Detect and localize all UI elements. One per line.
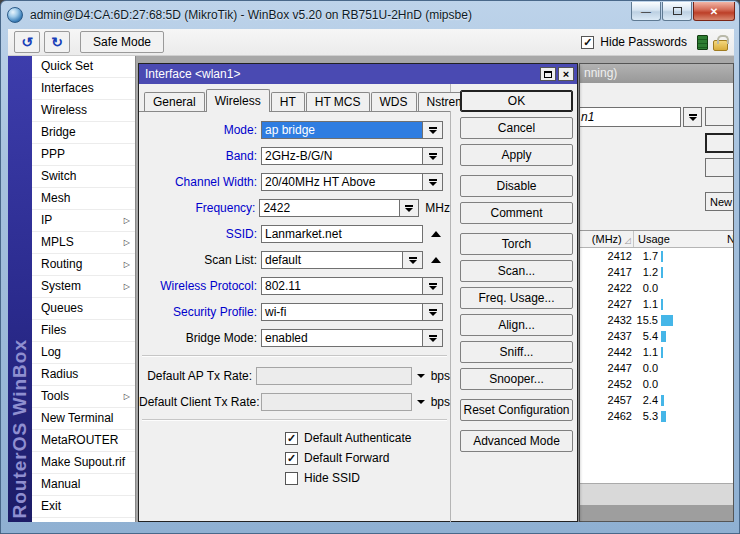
dropdown-icon[interactable] bbox=[417, 374, 425, 378]
frequency-dropdown-button[interactable] bbox=[400, 199, 420, 217]
dialog-maximize-button[interactable] bbox=[540, 67, 556, 81]
close-button[interactable]: ✕ bbox=[693, 2, 735, 21]
sidebar-item-ppp[interactable]: PPP bbox=[32, 144, 135, 166]
freq-usage-button[interactable]: Freq. Usage... bbox=[460, 287, 573, 309]
disable-button[interactable]: Disable bbox=[460, 175, 573, 197]
band-combo[interactable]: 2GHz-B/G/N bbox=[261, 147, 423, 165]
sidebar-item-switch[interactable]: Switch bbox=[32, 166, 135, 188]
bg-partial-button-1[interactable] bbox=[705, 107, 734, 126]
table-row[interactable]: 243215.5 bbox=[580, 312, 734, 328]
sidebar-item-quick-set[interactable]: Quick Set bbox=[32, 56, 135, 78]
table-row[interactable]: 24271.1 bbox=[580, 296, 734, 312]
default-client-tx-rate-input[interactable] bbox=[261, 393, 412, 411]
align-button[interactable]: Align... bbox=[460, 314, 573, 336]
tab-ht-mcs[interactable]: HT MCS bbox=[306, 92, 370, 111]
sidebar-item-exit[interactable]: Exit bbox=[32, 496, 135, 518]
sidebar-item-mesh[interactable]: Mesh bbox=[32, 188, 135, 210]
table-row[interactable]: 24121.7 bbox=[580, 248, 734, 264]
tab-ht[interactable]: HT bbox=[271, 92, 305, 111]
collapse-arrow-icon[interactable] bbox=[431, 257, 441, 263]
sidebar-item-make-supout[interactable]: Make Supout.rif bbox=[32, 452, 135, 474]
table-header[interactable]: (MHz) ◿ Usage N bbox=[580, 231, 734, 248]
new-button[interactable]: New bbox=[705, 192, 734, 211]
scan-list-combo[interactable]: default bbox=[261, 251, 403, 269]
minimize-button[interactable]: — bbox=[631, 2, 661, 21]
apply-button[interactable]: Apply bbox=[460, 144, 573, 166]
tab-wds[interactable]: WDS bbox=[371, 92, 417, 111]
sidebar-item-log[interactable]: Log bbox=[32, 342, 135, 364]
sidebar-item-ip[interactable]: IP bbox=[32, 210, 135, 232]
separator bbox=[142, 419, 447, 421]
dropdown-icon[interactable] bbox=[417, 400, 425, 404]
table-row[interactable]: 24470.0 bbox=[580, 360, 734, 376]
bridge-mode-dropdown-button[interactable] bbox=[423, 329, 443, 347]
sidebar-item-radius[interactable]: Radius bbox=[32, 364, 135, 386]
table-row[interactable]: 24421.1 bbox=[580, 344, 734, 360]
interface-combo[interactable]: n1 bbox=[579, 107, 681, 127]
wireless-protocol-dropdown-button[interactable] bbox=[423, 277, 443, 295]
sidebar-item-interfaces[interactable]: Interfaces bbox=[32, 78, 135, 100]
mode-dropdown-button[interactable] bbox=[423, 121, 443, 139]
tab-general[interactable]: General bbox=[144, 92, 205, 111]
redo-button[interactable]: ↻ bbox=[44, 31, 70, 53]
frequency-usage-titlebar[interactable]: nning) bbox=[580, 64, 733, 83]
interface-combo-dropdown-button[interactable] bbox=[683, 107, 702, 127]
table-row[interactable]: 24171.2 bbox=[580, 264, 734, 280]
sidebar-item-metarouter[interactable]: MetaROUTER bbox=[32, 430, 135, 452]
dialog-close-button[interactable]: × bbox=[558, 67, 574, 81]
table-row[interactable]: 24572.4 bbox=[580, 392, 734, 408]
sidebar-item-mpls[interactable]: MPLS bbox=[32, 232, 135, 254]
column-noise[interactable]: N bbox=[727, 231, 734, 247]
scan-list-dropdown-button[interactable] bbox=[403, 251, 423, 269]
scan-button[interactable]: Scan... bbox=[460, 260, 573, 282]
bg-partial-button-3[interactable] bbox=[705, 158, 734, 177]
column-usage[interactable]: Usage bbox=[634, 231, 727, 247]
safe-mode-button[interactable]: Safe Mode bbox=[80, 31, 164, 53]
mode-combo[interactable]: ap bridge bbox=[261, 121, 423, 139]
default-forward-checkbox[interactable] bbox=[285, 452, 298, 465]
sidebar-item-files[interactable]: Files bbox=[32, 320, 135, 342]
bg-partial-button-2[interactable] bbox=[705, 133, 734, 153]
column-mhz[interactable]: (MHz) bbox=[592, 233, 622, 245]
undo-button[interactable]: ↺ bbox=[14, 31, 40, 53]
default-ap-tx-rate-input[interactable] bbox=[256, 367, 412, 385]
security-profile-dropdown-button[interactable] bbox=[423, 303, 443, 321]
usage-bar bbox=[661, 411, 666, 422]
tab-wireless[interactable]: Wireless bbox=[206, 89, 270, 112]
band-dropdown-button[interactable] bbox=[423, 147, 443, 165]
reset-configuration-button[interactable]: Reset Configuration bbox=[460, 399, 573, 421]
table-row[interactable]: 24220.0 bbox=[580, 280, 734, 296]
torch-button[interactable]: Torch bbox=[460, 233, 573, 255]
channel-width-dropdown-button[interactable] bbox=[423, 173, 443, 191]
bridge-mode-combo[interactable]: enabled bbox=[261, 329, 423, 347]
sidebar-item-bridge[interactable]: Bridge bbox=[32, 122, 135, 144]
sidebar-item-queues[interactable]: Queues bbox=[32, 298, 135, 320]
hide-ssid-checkbox[interactable] bbox=[285, 472, 298, 485]
ssid-input[interactable]: Lanmarket.net bbox=[261, 225, 423, 243]
table-row[interactable]: 24375.4 bbox=[580, 328, 734, 344]
comment-button[interactable]: Comment bbox=[460, 202, 573, 224]
maximize-button[interactable] bbox=[662, 2, 692, 21]
sidebar-item-routing[interactable]: Routing bbox=[32, 254, 135, 276]
sidebar-item-wireless[interactable]: Wireless bbox=[32, 100, 135, 122]
sidebar-item-manual[interactable]: Manual bbox=[32, 474, 135, 496]
sidebar-item-system[interactable]: System bbox=[32, 276, 135, 298]
advanced-mode-button[interactable]: Advanced Mode bbox=[460, 430, 573, 452]
wireless-protocol-combo[interactable]: 802.11 bbox=[261, 277, 423, 295]
security-profile-combo[interactable]: wi-fi bbox=[261, 303, 423, 321]
sidebar-item-tools[interactable]: Tools bbox=[32, 386, 135, 408]
hide-passwords-checkbox[interactable] bbox=[581, 36, 594, 49]
dialog-titlebar[interactable]: Interface <wlan1> × bbox=[139, 64, 577, 84]
sidebar-item-new-terminal[interactable]: New Terminal bbox=[32, 408, 135, 430]
sniff-button[interactable]: Sniff... bbox=[460, 341, 573, 363]
table-row[interactable]: 24625.3 bbox=[580, 408, 734, 424]
sidebar: RouterOS WinBox Quick Set Interfaces Wir… bbox=[8, 56, 136, 522]
channel-width-combo[interactable]: 20/40MHz HT Above bbox=[261, 173, 423, 191]
snooper-button[interactable]: Snooper... bbox=[460, 368, 573, 390]
frequency-combo[interactable]: 2422 bbox=[259, 199, 399, 217]
collapse-arrow-icon[interactable] bbox=[431, 231, 441, 237]
ok-button[interactable]: OK bbox=[460, 90, 573, 112]
default-authenticate-checkbox[interactable] bbox=[285, 432, 298, 445]
table-row[interactable]: 24520.0 bbox=[580, 376, 734, 392]
cancel-button[interactable]: Cancel bbox=[460, 117, 573, 139]
